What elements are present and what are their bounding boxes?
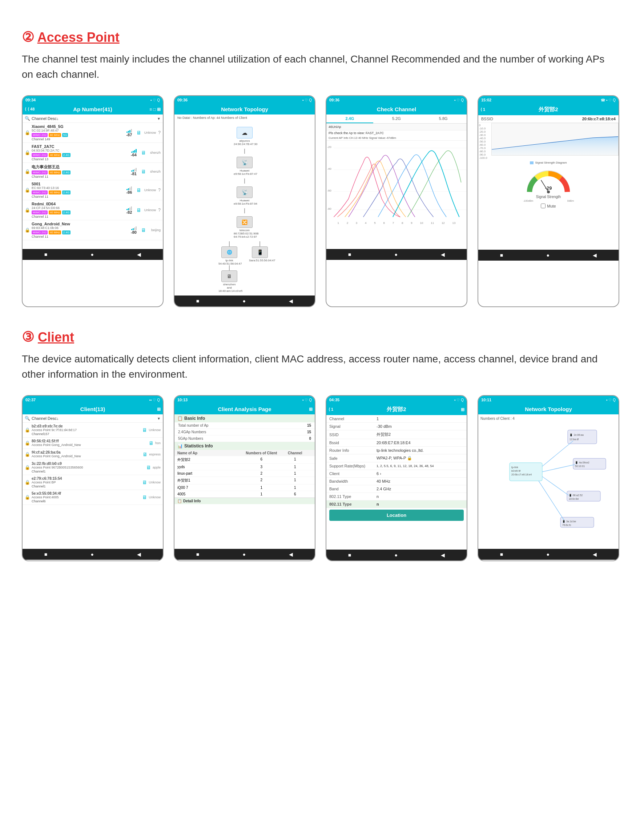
topo-node-phone: 📱 Sara:51:55:56:04:47 (249, 247, 271, 262)
ca-tr-5[interactable]: 4005 1 6 (175, 491, 315, 498)
tag-band-1: 2.4G (62, 153, 71, 157)
client-item-0[interactable]: 🔒 b2:d3:e9:eb:7e:de Access Point 9c:7f:8… (23, 423, 163, 438)
client-item-4-info: Unknow (149, 480, 161, 484)
phone1-search-row[interactable]: 🔍 Channel Desc↓ ▼ (23, 115, 163, 123)
svg-text:12:ba:df: 12:ba:df (569, 438, 579, 440)
home-icon-c3[interactable]: ■ (348, 552, 351, 558)
client-item-2-info: espress (149, 452, 161, 456)
ap-item-4-channel: Channel 11 (32, 215, 123, 218)
ca-tr-4[interactable]: iQ00 7 1 1 (175, 485, 315, 491)
signal-bars-1 (131, 148, 136, 153)
phonec4-statusbar: 10:11 ▪ ♡ Q (478, 396, 619, 404)
tab-5.8g[interactable]: 5.8G (420, 115, 467, 123)
tab-2.4g[interactable]: 2.4G (327, 115, 373, 123)
cc-tabs: 2.4G 5.2G 5.8G (327, 115, 467, 124)
back-icon-c3[interactable]: ◀ (441, 552, 445, 558)
back-icon[interactable]: ◀ (137, 252, 141, 257)
home-icon-4[interactable]: ■ (500, 252, 503, 258)
home-icon[interactable]: ■ (44, 252, 47, 257)
ap-item-1[interactable]: 🔒 FAST_2A7C 04:93:04:7D:2A:7C MIMO 2X2 4… (23, 143, 163, 163)
home-icon-c1[interactable]: ■ (44, 551, 47, 557)
ap-item-5[interactable]: 🔒 Gong_Android_New 69:83:48:C1:0b:06 MIM… (23, 220, 163, 240)
phonec2-title: Client Analysis Page (218, 406, 271, 412)
search-icon-c1: 🔍 (25, 416, 30, 421)
ca-tr-2[interactable]: linux-part 2 1 (175, 470, 315, 477)
ca-tr3-name: 外贸部1 (177, 478, 245, 483)
circle-icon-c4[interactable]: ● (546, 551, 549, 557)
monitor-icon-c1: 🖥 (149, 440, 154, 446)
gauge-svg: -29 (523, 167, 574, 196)
ya-6: -60.0 (479, 143, 491, 146)
back-icon-4[interactable]: ◀ (593, 252, 597, 258)
ch-3: 3 (356, 221, 357, 225)
tab-5.2g[interactable]: 5.2G (373, 115, 420, 123)
client-item-4[interactable]: 🔒 e2:79:c6:78:15:54 Access Point BP Chan… (23, 475, 163, 490)
phone1-search-text: Channel Desc↓ (32, 116, 156, 121)
gauge-axis-labels: -100dBm 0dBm (523, 199, 574, 202)
back-icon-3[interactable]: ◀ (441, 252, 445, 257)
cd-row-client[interactable]: Client 6 › (327, 470, 467, 478)
home-icon-3[interactable]: ■ (348, 252, 351, 257)
ap-item-2-tags: MIMO 2X2 40 MHz 2.4G (32, 170, 127, 175)
chart-legend-text: Signal Strength Diagram (535, 161, 567, 164)
ap-item-4[interactable]: 🔒 Redmi_0D64 24:CF:24:5A:D0:66 MIMO 2X2 … (23, 200, 163, 220)
bssid-value: 20:6b:c7:e8:18:e4 (582, 117, 616, 121)
ca-tr-0[interactable]: 外贸部2 6 1 (175, 456, 315, 464)
client-item-1[interactable]: 🔒 80:56:f2:41:5f:ff Access Point Gong_An… (23, 438, 163, 449)
tag-freq: 80 MHz (49, 133, 61, 137)
ap-item-3[interactable]: 🔒 5001 EC:60:73:40:13:16 MIMO 2X2 40 MHz… (23, 180, 163, 200)
help-icon-3[interactable]: ? (158, 187, 161, 193)
back-icon-2[interactable]: ◀ (289, 298, 293, 304)
phonec2-topbar-icons: ⊞ (309, 407, 313, 412)
mute-checkbox[interactable] (541, 204, 546, 208)
ca-tr5-name: 4005 (177, 492, 245, 496)
circle-icon-4[interactable]: ● (546, 252, 549, 258)
circle-icon-c1[interactable]: ● (90, 551, 94, 557)
circle-icon-c2[interactable]: ● (242, 551, 245, 557)
home-icon-2[interactable]: ■ (196, 298, 199, 304)
sort-btn-c1[interactable]: ▼ (157, 417, 161, 420)
ap-item-3-channel: Channel 11 (32, 195, 123, 198)
phonec1-search-row[interactable]: 🔍 Channel Desc↓ ▼ (23, 414, 163, 423)
phone1-topbar: ⟨ ⟨ 48 Ap Number(41) ≡ □ ⊞ (23, 104, 163, 115)
back-icon-c2[interactable]: ◀ (289, 551, 293, 557)
client-item-3[interactable]: 🔒 3c:22:fb:d0:b0:c9 Access Point 9672B00… (23, 460, 163, 475)
topo-node-cloud-label: aliyuncs24:96:24:7B:47:30 (234, 139, 256, 146)
monitor-icon-c3: 🖥 (146, 465, 151, 470)
ap-item-0[interactable]: 🔒 Xiaomi_4845_5G 5C:02:14:9F:48:47 MIMO … (23, 123, 163, 143)
circle-icon-3[interactable]: ● (394, 252, 397, 257)
sig-mute[interactable]: Mute (541, 204, 556, 208)
help-icon-0[interactable]: ? (158, 130, 161, 135)
home-icon-c4[interactable]: ■ (500, 551, 503, 557)
ap-item-5-sigval: -80 (131, 230, 136, 235)
svg-text:tp-link: tp-link (511, 466, 518, 469)
client-item-2[interactable]: 🔒 f4:cf:a2:26:ba:0a Access Point Gong_An… (23, 449, 163, 460)
ca-tr-3[interactable]: 外贸部1 2 1 (175, 477, 315, 485)
home-icon-c2[interactable]: ■ (196, 551, 199, 557)
sig-chart-container: 0 -10.0 -20.0 -30.0 -40.0 -50.0 -60.0 -7… (478, 123, 619, 160)
ca-tr-1[interactable]: yyds 3 1 (175, 464, 315, 470)
wifi-icon: ⟨ (25, 107, 26, 112)
phone3-time: 09:36 (329, 98, 339, 102)
ap-item-2-signal: -81 (129, 167, 139, 176)
ap-item-2[interactable]: 🔒 电力事业部王总 MIMO 2X2 40 MHz 2.4G Channel 1… (23, 163, 163, 180)
back-icon-c1[interactable]: ◀ (137, 551, 141, 557)
ca-val-5g: 0 (309, 437, 311, 440)
circle-icon[interactable]: ● (90, 252, 94, 257)
phone3-topbar: Check Channel (327, 104, 467, 115)
help-icon-4[interactable]: ? (158, 207, 161, 213)
sort-btn[interactable]: ▼ (157, 117, 161, 121)
topo-node-pc-label: shenzhenand18:40:am:14:c0:e5 (218, 283, 240, 293)
sig-gauge-area: -29 Signal Strength -100dBm 0dBm Mute (478, 165, 619, 210)
circle-icon-2[interactable]: ● (242, 298, 245, 304)
phone2-content: No Data! : Numbers of Ap: 44 Numbers of … (175, 115, 315, 296)
location-button[interactable]: Location (329, 509, 464, 521)
monitor-icon-c0: 🖥 (142, 427, 147, 433)
ap-item-2-info: shenzh (147, 170, 161, 173)
back-icon-c4[interactable]: ◀ (593, 551, 597, 557)
circle-icon-c3[interactable]: ● (394, 552, 397, 558)
client-item-5[interactable]: 🔒 5e:e3:55:08:34:4f Access Point:4005 Ch… (23, 490, 163, 505)
cc-chart: -20 -40 -60 -80 (327, 141, 467, 221)
client-item-4-left: e2:79:c6:78:15:54 Access Point BP Channe… (32, 477, 140, 488)
ca-tr2-name: linux-part (177, 471, 245, 475)
